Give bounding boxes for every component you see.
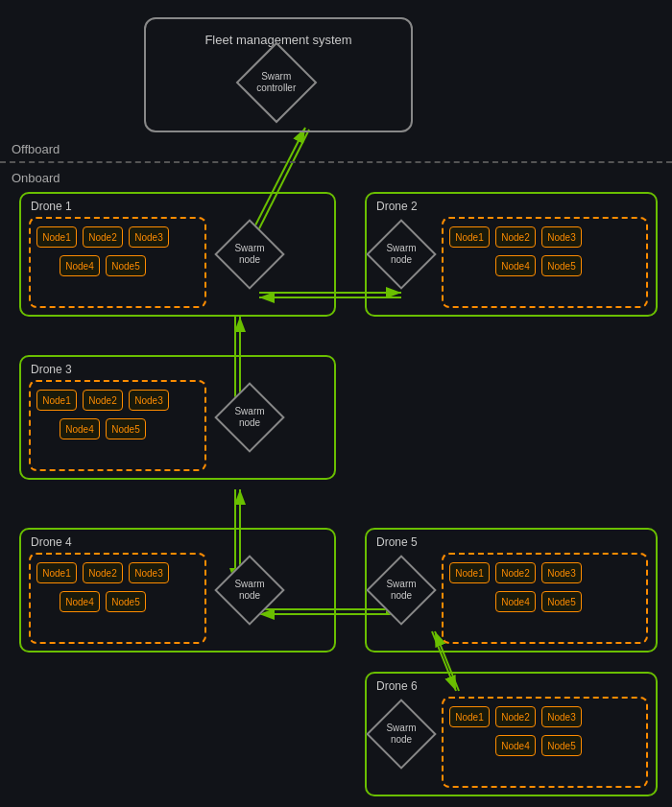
drone6-swarm-label: Swarmnode bbox=[386, 723, 416, 746]
drone2-swarm-label: Swarmnode bbox=[386, 243, 416, 266]
drone6-nodes-cluster: Node1 Node2 Node3 Node4 Node5 bbox=[442, 697, 648, 788]
drone5-node3: Node3 bbox=[541, 562, 582, 583]
drone5-node5: Node5 bbox=[541, 591, 582, 612]
drone4-node3: Node3 bbox=[129, 562, 169, 583]
drone1-node2: Node2 bbox=[83, 226, 123, 248]
drone4-node4: Node4 bbox=[60, 591, 100, 612]
drone3-node5: Node5 bbox=[106, 418, 146, 439]
offboard-label: Offboard bbox=[12, 142, 60, 156]
drone6-node2: Node2 bbox=[495, 706, 536, 727]
drone1-title: Drone 1 bbox=[31, 200, 72, 213]
swarm-controller-diamond: Swarmcontroller bbox=[236, 42, 318, 124]
drone6-node4: Node4 bbox=[495, 735, 536, 756]
drone4-box: Drone 4 Node1 Node2 Node3 Node4 Node5 Sw… bbox=[19, 528, 336, 653]
drone3-swarm-label: Swarmnode bbox=[234, 406, 264, 429]
drone6-node1: Node1 bbox=[449, 706, 490, 727]
drone4-title: Drone 4 bbox=[31, 535, 72, 549]
drone3-title: Drone 3 bbox=[31, 363, 72, 376]
onboard-label: Onboard bbox=[12, 171, 60, 185]
drone4-node1: Node1 bbox=[36, 562, 77, 583]
drone4-node5: Node5 bbox=[106, 591, 146, 612]
drone5-nodes-cluster: Node1 Node2 Node3 Node4 Node5 bbox=[442, 553, 648, 644]
drone4-swarm-diamond-wrap: Swarmnode bbox=[223, 563, 276, 617]
drone3-node1: Node1 bbox=[36, 390, 77, 411]
drone3-swarm-diamond-wrap: Swarmnode bbox=[223, 391, 276, 444]
drone2-node3: Node3 bbox=[541, 226, 582, 248]
drone2-node4: Node4 bbox=[495, 255, 536, 276]
drone3-nodes-cluster: Node1 Node2 Node3 Node4 Node5 bbox=[29, 380, 206, 471]
offboard-onboard-divider bbox=[0, 161, 672, 163]
drone4-node2: Node2 bbox=[83, 562, 123, 583]
drone5-box: Drone 5 Swarmnode Node1 Node2 Node3 Node… bbox=[365, 528, 658, 653]
drone2-swarm-diamond-wrap: Swarmnode bbox=[374, 227, 428, 281]
drone3-node2: Node2 bbox=[83, 390, 123, 411]
drone2-title: Drone 2 bbox=[376, 200, 418, 213]
drone3-node3: Node3 bbox=[129, 390, 169, 411]
drone1-node1: Node1 bbox=[36, 226, 77, 248]
drone4-swarm-label: Swarmnode bbox=[234, 579, 264, 602]
drone2-node1: Node1 bbox=[449, 226, 490, 248]
drone1-node4: Node4 bbox=[60, 255, 100, 276]
drone6-swarm-diamond-wrap: Swarmnode bbox=[374, 707, 428, 761]
drone2-node5: Node5 bbox=[541, 255, 582, 276]
diagram-container: Fleet management system Swarmcontroller … bbox=[0, 0, 672, 807]
drone2-box: Drone 2 Swarmnode Node1 Node2 Node3 Node… bbox=[365, 192, 658, 317]
drone1-swarm-diamond-wrap: Swarmnode bbox=[223, 227, 276, 281]
drone6-title: Drone 6 bbox=[376, 679, 418, 693]
drone2-nodes-cluster: Node1 Node2 Node3 Node4 Node5 bbox=[442, 217, 648, 308]
swarm-controller-label: Swarmcontroller bbox=[256, 71, 296, 94]
fleet-management-box: Fleet management system Swarmcontroller bbox=[144, 17, 413, 132]
drone1-swarm-label: Swarmnode bbox=[234, 243, 264, 266]
drone5-swarm-label: Swarmnode bbox=[386, 579, 416, 602]
drone3-box: Drone 3 Node1 Node2 Node3 Node4 Node5 Sw… bbox=[19, 355, 336, 480]
drone1-node3: Node3 bbox=[129, 226, 169, 248]
drone6-node3: Node3 bbox=[541, 706, 582, 727]
drone6-node5: Node5 bbox=[541, 735, 582, 756]
drone5-title: Drone 5 bbox=[376, 535, 418, 549]
drone5-node4: Node4 bbox=[495, 591, 536, 612]
drone4-nodes-cluster: Node1 Node2 Node3 Node4 Node5 bbox=[29, 553, 206, 644]
drone1-nodes-cluster: Node1 Node2 Node3 Node4 Node5 bbox=[29, 217, 206, 308]
drone1-node5: Node5 bbox=[106, 255, 146, 276]
drone2-node2: Node2 bbox=[495, 226, 536, 248]
drone5-node1: Node1 bbox=[449, 562, 490, 583]
drone5-swarm-diamond-wrap: Swarmnode bbox=[374, 563, 428, 617]
drone6-box: Drone 6 Swarmnode Node1 Node2 Node3 Node… bbox=[365, 672, 658, 796]
drone3-node4: Node4 bbox=[60, 418, 100, 439]
drone5-node2: Node2 bbox=[495, 562, 536, 583]
drone1-box: Drone 1 Node1 Node2 Node3 Node4 Node5 Sw… bbox=[19, 192, 336, 317]
